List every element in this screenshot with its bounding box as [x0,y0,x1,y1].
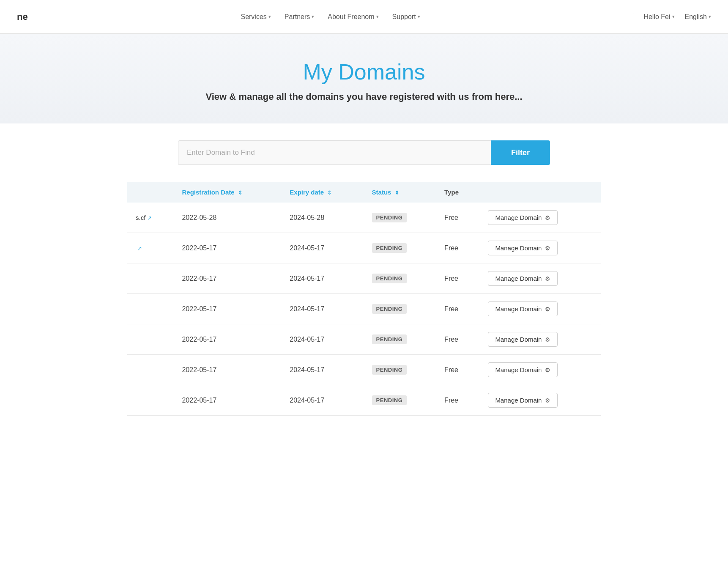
status-cell: PENDING [364,203,436,233]
navbar-nav: Services ▾ Partners ▾ About Freenom ▾ Su… [241,13,420,21]
status-badge: PENDING [372,304,407,314]
reg-date-cell: 2022-05-17 [173,355,281,385]
sort-icon: ⇕ [327,190,331,196]
domains-table-section: Registration Date ⇕ Expiry date ⇕ Status… [110,182,618,416]
domain-cell [127,355,173,385]
reg-date-cell: 2022-05-28 [173,203,281,233]
manage-domain-button[interactable]: Manage Domain ⚙ [488,332,558,347]
user-menu[interactable]: Hello Fei ▾ [643,13,674,21]
manage-domain-label: Manage Domain [495,336,542,343]
domains-table: Registration Date ⇕ Expiry date ⇕ Status… [127,182,601,416]
col-reg-date[interactable]: Registration Date ⇕ [173,182,281,203]
search-input[interactable] [178,140,491,165]
manage-domain-button[interactable]: Manage Domain ⚙ [488,210,558,225]
status-badge: PENDING [372,243,407,253]
manage-domain-button[interactable]: Manage Domain ⚙ [488,241,558,255]
status-cell: PENDING [364,324,436,355]
domain-cell [127,294,173,324]
action-cell: Manage Domain ⚙ [479,294,601,324]
gear-icon: ⚙ [545,275,550,282]
action-cell: Manage Domain ⚙ [479,263,601,294]
status-cell: PENDING [364,263,436,294]
expiry-date-cell: 2024-05-17 [281,355,363,385]
external-link-icon[interactable]: ↗ [137,245,142,252]
domain-cell [127,324,173,355]
filter-button[interactable]: Filter [491,140,550,165]
reg-date-cell: 2022-05-17 [173,385,281,416]
domain-cell: ↗ [127,233,173,263]
expiry-date-cell: 2024-05-17 [281,233,363,263]
chevron-down-icon: ▾ [709,14,711,19]
reg-date-cell: 2022-05-17 [173,263,281,294]
status-cell: PENDING [364,233,436,263]
reg-date-cell: 2022-05-17 [173,294,281,324]
chevron-down-icon: ▾ [672,14,675,19]
manage-domain-button[interactable]: Manage Domain ⚙ [488,271,558,286]
table-row: s.cf↗2022-05-282024-05-28PENDINGFreeMana… [127,203,601,233]
col-expiry-date[interactable]: Expiry date ⇕ [281,182,363,203]
chevron-down-icon: ▾ [376,14,379,19]
type-cell: Free [436,233,479,263]
manage-domain-button[interactable]: Manage Domain ⚙ [488,301,558,316]
navbar-right: Hello Fei ▾ English ▾ [633,13,711,21]
type-cell: Free [436,294,479,324]
table-row: 2022-05-172024-05-17PENDINGFreeManage Do… [127,355,601,385]
domain-cell: s.cf↗ [127,203,173,233]
type-cell: Free [436,203,479,233]
action-cell: Manage Domain ⚙ [479,324,601,355]
hero-section: My Domains View & manage all the domains… [0,34,728,123]
status-badge: PENDING [372,274,407,283]
table-header: Registration Date ⇕ Expiry date ⇕ Status… [127,182,601,203]
col-domain [127,182,173,203]
manage-domain-label: Manage Domain [495,244,542,252]
status-cell: PENDING [364,355,436,385]
action-cell: Manage Domain ⚙ [479,203,601,233]
status-cell: PENDING [364,294,436,324]
action-cell: Manage Domain ⚙ [479,385,601,416]
manage-domain-button[interactable]: Manage Domain ⚙ [488,393,558,408]
nav-item-services[interactable]: Services ▾ [241,13,271,21]
table-row: 2022-05-172024-05-17PENDINGFreeManage Do… [127,324,601,355]
manage-domain-label: Manage Domain [495,397,542,404]
page-title: My Domains [8,59,720,85]
table-body: s.cf↗2022-05-282024-05-28PENDINGFreeMana… [127,203,601,416]
action-cell: Manage Domain ⚙ [479,233,601,263]
expiry-date-cell: 2024-05-17 [281,385,363,416]
domain-cell [127,385,173,416]
table-row: ↗2022-05-172024-05-17PENDINGFreeManage D… [127,233,601,263]
type-cell: Free [436,385,479,416]
type-cell: Free [436,263,479,294]
status-badge: PENDING [372,334,407,344]
action-cell: Manage Domain ⚙ [479,355,601,385]
type-cell: Free [436,324,479,355]
col-type: Type [436,182,479,203]
chevron-down-icon: ▾ [312,14,314,19]
expiry-date-cell: 2024-05-17 [281,294,363,324]
page-subtitle: View & manage all the domains you have r… [8,91,720,102]
sort-icon: ⇕ [395,190,399,196]
status-cell: PENDING [364,385,436,416]
status-badge: PENDING [372,365,407,375]
gear-icon: ⚙ [545,397,550,404]
nav-item-about[interactable]: About Freenom ▾ [328,13,378,21]
language-menu[interactable]: English ▾ [685,13,711,21]
sort-icon: ⇕ [238,190,242,196]
nav-item-partners[interactable]: Partners ▾ [285,13,314,21]
external-link-icon[interactable]: ↗ [147,215,152,221]
expiry-date-cell: 2024-05-17 [281,263,363,294]
col-status[interactable]: Status ⇕ [364,182,436,203]
manage-domain-label: Manage Domain [495,214,542,221]
reg-date-cell: 2022-05-17 [173,233,281,263]
gear-icon: ⚙ [545,306,550,312]
table-row: 2022-05-172024-05-17PENDINGFreeManage Do… [127,263,601,294]
nav-item-support[interactable]: Support ▾ [392,13,420,21]
table-row: 2022-05-172024-05-17PENDINGFreeManage Do… [127,385,601,416]
chevron-down-icon: ▾ [268,14,271,19]
status-badge: PENDING [372,395,407,405]
navbar-logo: ne [17,11,28,22]
gear-icon: ⚙ [545,336,550,343]
col-action [479,182,601,203]
expiry-date-cell: 2024-05-28 [281,203,363,233]
navbar: ne Services ▾ Partners ▾ About Freenom ▾… [0,0,728,34]
manage-domain-button[interactable]: Manage Domain ⚙ [488,362,558,377]
